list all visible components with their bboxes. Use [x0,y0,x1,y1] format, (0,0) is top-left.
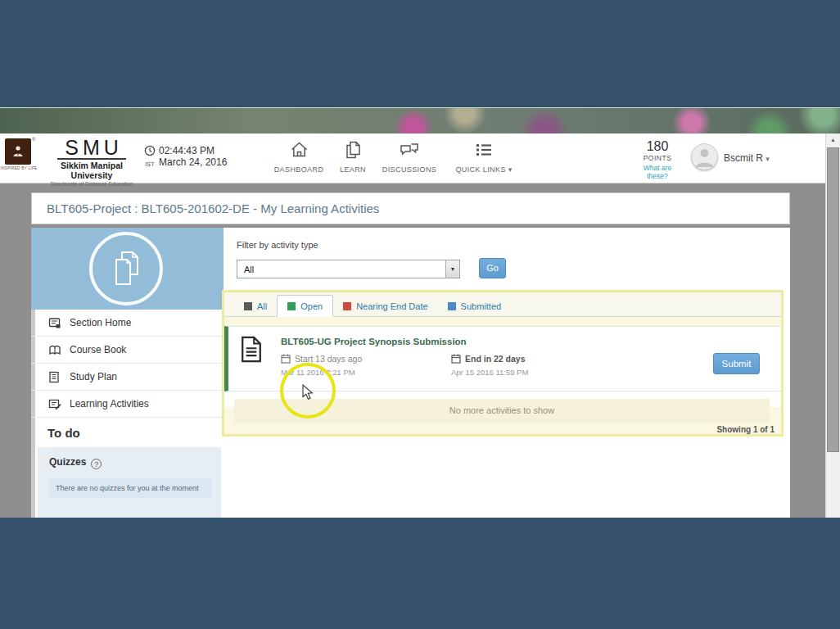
scroll-up-arrow[interactable]: ▲ [826,133,840,147]
user-avatar[interactable] [691,143,718,170]
top-letterbox-band [0,0,840,107]
browser-toolbar: ← edunxt.smude.edu.in/?q=learningactivit… [0,107,840,133]
nav-label: DISCUSSIONS [378,165,440,174]
tab-label: Submitted [461,301,502,311]
course-type-badge [89,232,163,305]
points-help-link[interactable]: What are these? [632,164,683,180]
page-scrollbar[interactable]: ▲ [825,133,840,518]
university-name: Sikkim Manipal University [41,161,142,180]
tab-nearing-end-date[interactable]: Nearing End Date [333,296,437,316]
activity-type-select[interactable]: All ▼ [237,260,460,278]
activity-tabs: All Open Nearing End Date Submitted [224,292,781,317]
clock-group: IST [142,145,158,168]
course-book-icon [48,344,61,356]
learn-docs-icon [343,140,363,160]
activities-panel: All Open Nearing End Date Submitted [222,290,784,437]
caret-down-icon: ▾ [765,155,770,163]
sidebar-item-label: Section Home [70,317,131,328]
points-value: 180 [632,139,683,154]
sidebar-menu: Section Home Course Book Study Plan [31,310,224,418]
go-button[interactable]: Go [479,258,506,278]
tab-label: Nearing End Date [356,301,427,311]
course-banner [31,228,224,310]
activity-document-icon [240,336,263,366]
todo-heading: To do [47,426,80,440]
nav-quick-links[interactable]: QUICK LINKS ▾ [452,140,516,178]
page-viewport: ® INSPIRED BY LIFE SMU Sikkim Manipal Un… [0,133,840,518]
nav-learn[interactable]: LEARN [332,140,373,178]
select-dropdown-arrow[interactable]: ▼ [445,260,459,278]
logo-caption: INSPIRED BY LIFE [0,166,38,170]
nav-label: DASHBOARD [272,165,326,174]
app-header: ® INSPIRED BY LIFE SMU Sikkim Manipal Un… [0,133,840,183]
nav-dashboard[interactable]: DASHBOARD [272,140,326,178]
showing-count: Showing 1 of 1 [716,425,775,434]
content-container: Section Home Course Book Study Plan [31,228,790,518]
activity-end-label: End in 22 days [451,354,528,364]
discussions-icon [399,140,420,160]
activity-end-group: End in 22 days Apr 15 2016 11:59 PM [451,354,528,377]
submit-button[interactable]: Submit [713,353,760,374]
quick-links-list-icon [474,140,494,160]
sidebar-item-label: Learning Activities [70,398,149,410]
sidebar-item-section-home[interactable]: Section Home [31,310,224,337]
quizzes-empty-note: There are no quizzes for you at the mome… [49,478,211,498]
tab-submitted-swatch [448,302,456,310]
university-subtitle: Directorate of Distance Education [41,181,142,187]
manipal-logo [5,138,31,165]
person-icon [692,144,717,170]
nav-label: LEARN [332,165,373,174]
tab-label: All [257,301,267,311]
current-date: March 24, 2016 [159,156,227,168]
tab-label: Open [300,301,323,311]
calendar-icon [451,354,461,364]
sidebar-item-label: Course Book [70,344,126,355]
activity-start-date: Mar 11 2016 7:21 PM [281,368,362,377]
bottom-letterbox-band [0,518,840,629]
manipal-emblem-icon [11,144,25,159]
tab-submitted[interactable]: Submitted [438,296,512,316]
activity-end-date: Apr 15 2016 11:59 PM [451,368,528,377]
sidebar-item-course-book[interactable]: Course Book [31,337,224,364]
activity-card: BLT605-UG Project Synopsis Submission St… [224,326,781,391]
points-label: POINTS [632,154,683,162]
timezone-label: IST [142,161,158,168]
quizzes-panel: Quizzes? There are no quizzes for you at… [38,447,221,518]
activity-start-group: Start 13 days ago Mar 11 2016 7:21 PM [281,354,362,377]
calendar-icon [281,354,291,364]
dashboard-home-icon [289,140,309,160]
sidebar-item-study-plan[interactable]: Study Plan [31,364,224,391]
filter-label: Filter by activity type [237,240,318,250]
page-title: BLT605-Project : BLT605-201602-DE - My L… [31,192,790,224]
study-plan-icon [48,371,61,383]
nav-label: QUICK LINKS ▾ [452,165,516,174]
university-abbr: SMU [57,137,126,160]
tab-open[interactable]: Open [277,295,333,317]
activity-title[interactable]: BLT605-UG Project Synopsis Submission [281,337,467,346]
registered-mark: ® [32,137,35,142]
tab-open-swatch [287,302,296,310]
select-value: All [237,265,445,274]
tab-nearing-swatch [343,302,351,310]
sidebar-item-learning-activities[interactable]: Learning Activities [31,391,224,418]
points-summary: 180 POINTS What are these? [632,139,683,180]
no-more-activities-message: No more activities to show [234,399,770,423]
documents-icon [109,250,143,287]
nav-discussions[interactable]: DISCUSSIONS [378,140,440,178]
scrollbar-thumb[interactable] [827,147,839,452]
screen: ← edunxt.smude.edu.in/?q=learningactivit… [0,0,840,629]
quizzes-heading: Quizzes? [49,456,102,469]
help-question-icon[interactable]: ? [91,459,102,469]
course-sidebar: Section Home Course Book Study Plan [31,228,224,518]
activity-start-label: Start 13 days ago [281,354,362,364]
activity-list: BLT605-UG Project Synopsis Submission St… [224,326,781,407]
tab-all[interactable]: All [234,296,277,316]
user-name: Bscmit R [724,152,763,164]
user-menu[interactable]: Bscmit R ▾ [724,152,770,164]
learning-activities-icon [48,398,61,410]
sidebar-item-label: Study Plan [70,371,117,382]
section-home-icon [48,317,61,329]
caret-down-icon: ▾ [508,165,513,174]
current-time: 02:44:43 PM [159,145,215,156]
tab-all-swatch [244,302,252,310]
